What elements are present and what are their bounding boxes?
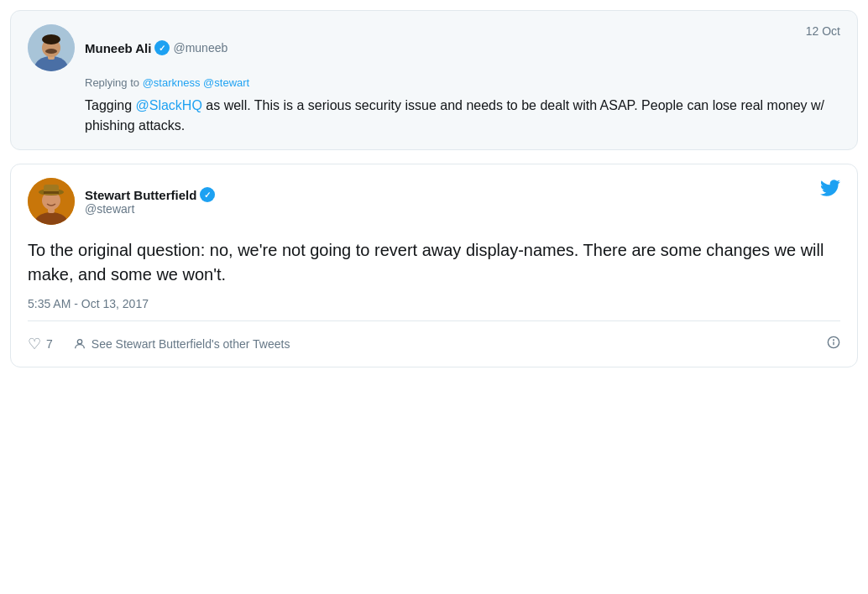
user-info-2: Stewart Butterfield @stewart — [85, 187, 215, 216]
tweet-header-left-1: Muneeb Ali @muneeb — [28, 24, 227, 71]
tweet-card-main: Stewart Butterfield @stewart To the orig… — [10, 164, 858, 367]
tweet-text-1: Tagging @SlackHQ as well. This is a seri… — [85, 96, 840, 136]
verified-badge-2 — [200, 187, 215, 202]
user-handle-1[interactable]: @muneeb — [173, 41, 227, 55]
tweet-text-part1: Tagging — [85, 98, 136, 112]
tweet-header-1: Muneeb Ali @muneeb 12 Oct — [28, 24, 840, 71]
tweet-meta-timestamp: 5:35 AM - Oct 13, 2017 — [28, 297, 840, 321]
replying-label: Replying to — [85, 76, 139, 89]
tweet-timestamp-1: 12 Oct — [806, 24, 840, 38]
avatar-muneeb[interactable] — [28, 24, 75, 71]
tweet-card-reply: Muneeb Ali @muneeb 12 Oct Replying to @s… — [10, 10, 858, 150]
user-name-1[interactable]: Muneeb Ali — [85, 41, 151, 55]
tweet-text-main: To the original question: no, we're not … — [28, 238, 840, 287]
user-handle-2[interactable]: @stewart — [85, 202, 215, 216]
tweet-actions-row: ♡ 7 See Stewart Butterfield's other Twee… — [28, 331, 840, 353]
tweet-header-2: Stewart Butterfield @stewart — [28, 178, 840, 225]
tweet-header-right-2 — [820, 178, 840, 203]
info-button[interactable] — [827, 336, 840, 352]
info-icon — [827, 336, 840, 349]
svg-rect-12 — [44, 191, 59, 194]
tweet-header-left-2: Stewart Butterfield @stewart — [28, 178, 215, 225]
tweet-actions-left: ♡ 7 See Stewart Butterfield's other Twee… — [28, 335, 290, 353]
user-name-2[interactable]: Stewart Butterfield — [85, 188, 196, 202]
see-other-tweets-label[interactable]: See Stewart Butterfield's other Tweets — [92, 337, 290, 351]
user-info-1: Muneeb Ali @muneeb — [85, 40, 227, 55]
twitter-bird-icon — [820, 178, 840, 203]
replying-to-1: Replying to @starkness @stewart — [85, 76, 840, 89]
like-action[interactable]: ♡ 7 — [28, 335, 53, 353]
user-name-row-1: Muneeb Ali @muneeb — [85, 40, 227, 55]
tweet-mention-slackhq[interactable]: @SlackHQ — [136, 98, 202, 112]
svg-point-5 — [45, 49, 57, 54]
user-name-row-2: Stewart Butterfield — [85, 187, 215, 202]
replying-to-users[interactable]: @starkness @stewart — [143, 76, 250, 89]
likes-count: 7 — [46, 337, 53, 351]
svg-point-13 — [77, 340, 81, 344]
svg-point-4 — [42, 34, 60, 44]
see-other-tweets-action[interactable]: See Stewart Butterfield's other Tweets — [73, 337, 290, 351]
heart-icon: ♡ — [28, 335, 41, 353]
verified-badge-1 — [154, 40, 170, 55]
person-icon — [73, 337, 86, 351]
avatar-stewart[interactable] — [28, 178, 75, 225]
